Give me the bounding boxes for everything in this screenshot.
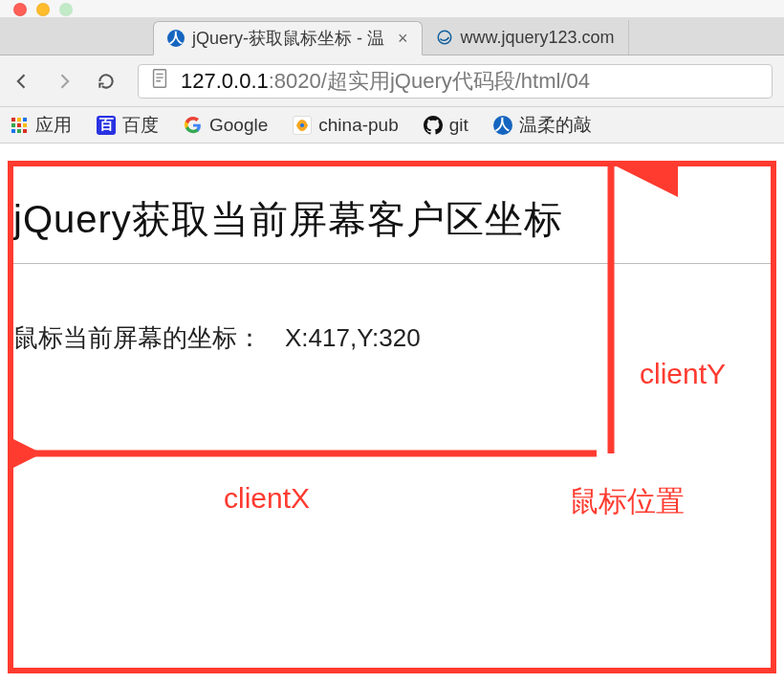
toolbar: 127.0.0.1:8020/超实用jQuery代码段/html/04 [0, 55, 784, 107]
svg-point-14 [300, 123, 304, 127]
tab-strip: 人 jQuery-获取鼠标坐标 - 温 × www.jquery123.com [0, 17, 784, 55]
svg-rect-5 [11, 118, 15, 121]
svg-rect-1 [154, 69, 166, 86]
heading-divider [13, 263, 771, 264]
wen-icon: 人 [493, 116, 512, 135]
reload-button[interactable] [96, 71, 117, 92]
bookmark-google[interactable]: Google [184, 115, 268, 136]
svg-point-0 [438, 31, 451, 44]
bookmark-label: git [449, 115, 468, 136]
annotation-clientx-label: clientX [224, 482, 310, 515]
bookmark-wen[interactable]: 人 温柔的敲 [493, 113, 592, 138]
bookmarks-bar: 应用 百 百度 Google china-pub git 人 温柔的敲 [0, 107, 784, 143]
tab-favicon-icon [436, 29, 453, 46]
url-text: 127.0.0.1:8020/超实用jQuery代码段/html/04 [181, 67, 590, 96]
bookmark-label: 应用 [35, 113, 72, 138]
url-host: 127.0.0.1 [181, 69, 269, 93]
coord-value: X:417,Y:320 [285, 323, 421, 352]
annotation-clienty-label: clientY [640, 358, 726, 390]
bookmark-apps[interactable]: 应用 [10, 113, 72, 138]
svg-rect-6 [17, 118, 21, 121]
close-window-icon[interactable] [13, 3, 27, 16]
bookmark-label: Google [209, 115, 268, 136]
address-bar[interactable]: 127.0.0.1:8020/超实用jQuery代码段/html/04 [138, 64, 773, 99]
close-tab-icon[interactable]: × [398, 29, 408, 49]
github-icon [424, 116, 443, 135]
apps-icon [10, 116, 29, 135]
svg-rect-9 [17, 123, 21, 127]
bookmark-label: 温柔的敲 [519, 113, 592, 138]
bookmark-label: china-pub [318, 115, 398, 136]
bookmark-git[interactable]: git [424, 115, 468, 136]
china-pub-icon [293, 116, 312, 135]
bookmark-baidu[interactable]: 百 百度 [97, 113, 159, 138]
google-icon [184, 116, 203, 135]
minimize-window-icon[interactable] [36, 3, 50, 16]
zoom-window-icon[interactable] [59, 3, 73, 16]
tab-title: jQuery-获取鼠标坐标 - 温 [192, 27, 384, 50]
coord-label: 鼠标当前屏幕的坐标： [13, 323, 262, 352]
tab-active[interactable]: 人 jQuery-获取鼠标坐标 - 温 × [153, 21, 423, 55]
page-viewport[interactable]: jQuery获取当前屏幕客户区坐标 鼠标当前屏幕的坐标：X:417,Y:320 … [8, 161, 776, 673]
window-titlebar [0, 0, 784, 17]
tab-favicon-icon: 人 [167, 30, 185, 47]
svg-rect-12 [17, 129, 21, 133]
svg-rect-13 [23, 129, 27, 133]
tab-background[interactable]: www.jquery123.com [423, 20, 629, 55]
svg-rect-10 [23, 123, 27, 127]
back-button[interactable] [11, 71, 33, 92]
traffic-lights [13, 3, 73, 16]
baidu-icon: 百 [97, 116, 116, 135]
page-heading: jQuery获取当前屏幕客户区坐标 [13, 193, 771, 246]
url-port: :8020 [269, 69, 321, 93]
bookmark-china-pub[interactable]: china-pub [293, 115, 398, 136]
bookmark-label: 百度 [122, 113, 159, 138]
svg-rect-11 [11, 129, 15, 133]
forward-button[interactable] [54, 71, 75, 92]
url-path: /超实用jQuery代码段/html/04 [321, 69, 590, 93]
svg-rect-8 [11, 123, 15, 127]
svg-rect-7 [23, 118, 27, 121]
tab-title: www.jquery123.com [461, 28, 615, 48]
coordinate-readout: 鼠标当前屏幕的坐标：X:417,Y:320 [13, 321, 771, 355]
annotation-mouse-pos-label: 鼠标位置 [570, 482, 685, 521]
site-info-icon[interactable] [150, 68, 169, 95]
